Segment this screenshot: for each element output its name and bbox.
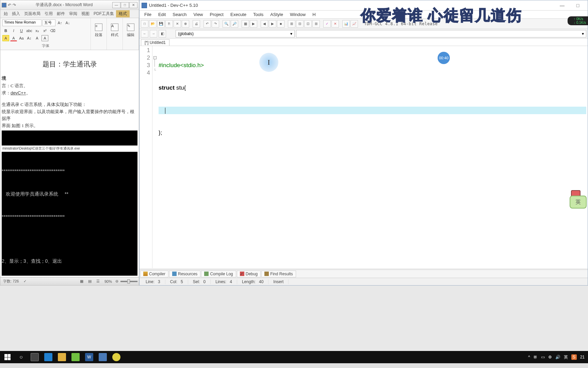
tab-resources[interactable]: Resources (169, 271, 200, 277)
tray-chevron-icon[interactable]: ^ (528, 355, 530, 359)
text-effects-button[interactable]: A (34, 35, 40, 41)
char-shading-button[interactable]: Aa (18, 35, 25, 41)
shrink-font-icon[interactable]: A↓ (64, 20, 71, 26)
ime-widget[interactable]: 英 (570, 190, 588, 209)
tab-find-results[interactable]: Find Results (261, 271, 296, 277)
replace-icon[interactable]: 🔎 (231, 20, 238, 28)
taskbar-app[interactable] (42, 351, 55, 363)
redo-icon[interactable]: ↷ (13, 3, 16, 7)
font-name-select[interactable]: Times New Roman (2, 19, 42, 26)
enclose-button[interactable]: A↕ (26, 35, 33, 41)
goto-next-icon[interactable]: → (150, 30, 157, 37)
tray-security-icon[interactable]: ⛨ (534, 355, 538, 359)
code-area[interactable]: #include<stdio.h> struct stu{ }; I (157, 46, 588, 268)
zoom-out-button[interactable]: ⊖ (115, 279, 118, 283)
maximize-button[interactable]: □ (121, 2, 129, 8)
tray-ime-lang[interactable]: 英 (564, 354, 568, 360)
close-all-icon[interactable]: ⊗ (182, 20, 189, 28)
spellcheck-icon[interactable]: ✓ (22, 279, 28, 283)
save-icon[interactable]: 💾 (157, 20, 165, 28)
editor-tab[interactable]: [*] Untitled1 (141, 39, 169, 46)
word-document[interactable]: 题目：学生通讯录 境 言：C 语言。 求：devC++。 生通讯录 C 语言系统… (0, 50, 139, 276)
menu-edit[interactable]: Edit (155, 11, 169, 18)
profile-icon[interactable]: 📈 (350, 20, 358, 28)
menu-execute[interactable]: Execute (227, 11, 250, 18)
maximize-button[interactable]: □ (570, 1, 586, 10)
ribbon-tab[interactable]: 邮件 (55, 10, 67, 17)
tray-ime-sogou[interactable]: S (571, 354, 577, 360)
tab-compiler[interactable]: Compiler (140, 271, 168, 277)
minimize-button[interactable]: — (554, 1, 570, 10)
delete-icon[interactable]: ✕ (331, 20, 339, 28)
grid4-icon[interactable]: ⊞ (312, 20, 320, 28)
ribbon-tab[interactable]: 引用 (43, 10, 55, 17)
view-print-icon[interactable]: ▦ (79, 279, 85, 283)
menu-tools[interactable]: Tools (250, 11, 267, 18)
menu-view[interactable]: View (190, 11, 207, 18)
run-icon[interactable]: ▶ (250, 20, 257, 28)
ribbon-tab[interactable]: 视图 (79, 10, 92, 17)
italic-button[interactable]: I (10, 28, 17, 34)
chart-icon[interactable]: 📊 (342, 20, 350, 28)
subscript-button[interactable]: x₂ (34, 28, 40, 34)
scope-select[interactable]: (globals)▾ (176, 30, 295, 37)
search-button[interactable]: ○ (14, 351, 28, 363)
tray-clock[interactable]: 21 (580, 355, 585, 359)
check-icon[interactable]: ✓ (323, 20, 331, 28)
tab-compile-log[interactable]: Compile Log (201, 271, 236, 277)
goto-prev-icon[interactable]: ← (141, 30, 148, 37)
paragraph-button[interactable]: ≡ 段落 (93, 19, 104, 42)
ribbon-tab[interactable]: 始 (2, 10, 10, 17)
start-button[interactable] (1, 351, 14, 363)
debug-next-icon[interactable]: ▶ (269, 20, 276, 28)
compile-icon[interactable]: ▦ (242, 20, 249, 28)
zoom-slider[interactable] (120, 281, 137, 282)
task-view-button[interactable] (28, 351, 42, 363)
close-icon[interactable]: ✕ (174, 20, 181, 28)
view-web-icon[interactable]: ▤ (87, 279, 93, 283)
strike-button[interactable]: abc (26, 28, 33, 34)
save-all-icon[interactable]: ⎘ (165, 20, 173, 28)
undo-icon[interactable]: ↶ (203, 20, 211, 28)
menu-project[interactable]: Project (207, 11, 227, 18)
taskbar-app[interactable] (110, 351, 123, 363)
taskbar-word[interactable]: W (82, 351, 96, 363)
clear-format-button[interactable]: ⌫ (49, 28, 56, 34)
bookmark-icon[interactable]: ◧ (159, 30, 166, 37)
tray-wifi-icon[interactable]: ⚙ (548, 355, 552, 359)
menu-window[interactable]: Window (287, 11, 309, 18)
new-file-icon[interactable]: □ (141, 20, 148, 28)
tray-volume-icon[interactable]: 🔊 (555, 355, 560, 359)
taskbar-devcpp[interactable] (96, 351, 110, 363)
taskbar-app[interactable] (69, 351, 82, 363)
ribbon-tab[interactable]: 页面布局 (22, 10, 43, 17)
ribbon-tab[interactable]: 插入 (10, 10, 22, 17)
tray-battery-icon[interactable]: ▭ (541, 355, 545, 359)
menu-search[interactable]: Search (169, 11, 190, 18)
redo-icon[interactable]: ↷ (212, 20, 219, 28)
menu-astyle[interactable]: AStyle (267, 11, 287, 18)
ribbon-tab[interactable]: 审阅 (67, 10, 79, 17)
word-count[interactable]: 字数: 726 (2, 279, 20, 284)
superscript-button[interactable]: x² (42, 28, 48, 34)
debug-stop-icon[interactable]: ■ (277, 20, 284, 28)
highlight-button[interactable]: A (2, 35, 9, 41)
minimize-button[interactable]: — (112, 2, 120, 8)
zoom-level[interactable]: 90% (103, 279, 113, 283)
grid3-icon[interactable]: ⊡ (304, 20, 312, 28)
fold-toggle[interactable]: - (153, 56, 157, 59)
bold-button[interactable]: B (2, 28, 9, 34)
font-size-select[interactable]: 五号 (43, 19, 55, 26)
code-editor[interactable]: 1234 - └ #include<stdio.h> struct stu{ }… (140, 46, 588, 268)
debug-prev-icon[interactable]: ◀ (261, 20, 268, 28)
menu-help[interactable]: H (309, 11, 319, 18)
grow-font-icon[interactable]: A↑ (56, 20, 63, 26)
open-file-icon[interactable]: 📂 (149, 20, 157, 28)
close-button[interactable]: ✕ (129, 2, 137, 8)
function-select[interactable]: ▾ (296, 30, 586, 37)
underline-button[interactable]: U (18, 28, 25, 34)
print-icon[interactable]: 🖨 (193, 20, 200, 28)
find-icon[interactable]: 🔍 (223, 20, 230, 28)
grid2-icon[interactable]: ⊟ (296, 20, 304, 28)
menu-file[interactable]: File (141, 11, 155, 18)
